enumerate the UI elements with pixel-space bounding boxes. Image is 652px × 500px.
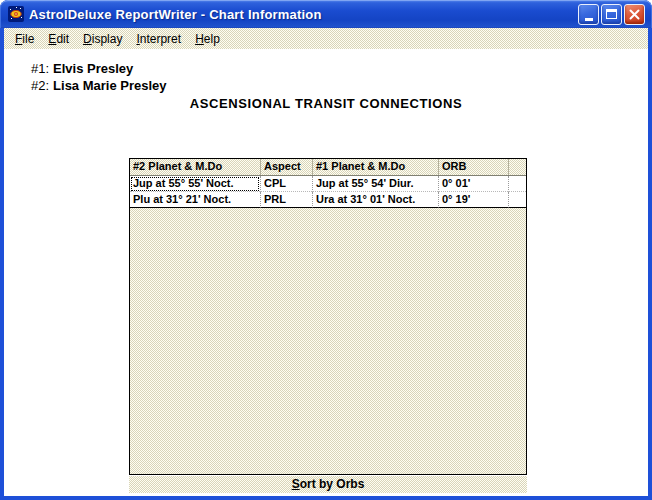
menu-file[interactable]: File (8, 30, 41, 48)
chart1-name: Elvis Presley (53, 61, 133, 76)
close-icon (629, 9, 640, 20)
chart2-label: #2: (31, 78, 49, 93)
column-header-filler (508, 159, 526, 175)
table-empty-area (130, 208, 526, 474)
minimize-button[interactable] (578, 4, 599, 25)
cell-planet2[interactable]: Jup at 55° 55' Noct. (130, 176, 260, 192)
page-title: ASCENSIONAL TRANSIT CONNECTIONS (4, 96, 648, 111)
chart2-name: Lisa Marie Presley (53, 78, 166, 93)
menu-bar: File Edit Display Interpret Help (4, 28, 648, 49)
minimize-icon (585, 18, 593, 21)
title-bar: AstrolDeluxe ReportWriter - Chart Inform… (0, 0, 652, 28)
menu-edit[interactable]: Edit (41, 30, 76, 48)
cell-orb[interactable]: 0° 19' (438, 192, 508, 208)
maximize-button[interactable] (601, 4, 622, 25)
column-header-aspect: Aspect (260, 159, 312, 175)
cell-planet1[interactable]: Ura at 31° 01' Noct. (312, 192, 438, 208)
menu-interpret[interactable]: Interpret (129, 30, 188, 48)
sort-by-orbs-button[interactable]: Sort by Orbs (129, 476, 527, 493)
client-area: #1:Elvis Presley #2:Lisa Marie Presley A… (4, 49, 648, 496)
column-header-planet2: #2 Planet & M.Do (130, 159, 260, 175)
table-row: Plu at 31° 21' Noct. PRL Ura at 31° 01' … (130, 192, 526, 208)
cell-filler (508, 176, 526, 192)
close-button[interactable] (624, 4, 645, 25)
transit-connections-table: #2 Planet & M.Do Aspect #1 Planet & M.Do… (129, 158, 527, 475)
table-header-row: #2 Planet & M.Do Aspect #1 Planet & M.Do… (130, 159, 526, 176)
cell-filler (508, 192, 526, 208)
cell-aspect[interactable]: CPL (260, 176, 312, 192)
astrology-app-icon (8, 6, 24, 22)
chart2-line: #2:Lisa Marie Presley (31, 77, 167, 94)
table-row: Jup at 55° 55' Noct. CPL Jup at 55° 54' … (130, 176, 526, 192)
chart1-line: #1:Elvis Presley (31, 60, 167, 77)
column-header-orb: ORB (438, 159, 508, 175)
cell-planet1[interactable]: Jup at 55° 54' Diur. (312, 176, 438, 192)
app-window: AstrolDeluxe ReportWriter - Chart Inform… (0, 0, 652, 500)
menu-display[interactable]: Display (76, 30, 129, 48)
column-header-planet1: #1 Planet & M.Do (312, 159, 438, 175)
menu-help[interactable]: Help (188, 30, 227, 48)
cell-aspect[interactable]: PRL (260, 192, 312, 208)
chart-names: #1:Elvis Presley #2:Lisa Marie Presley (31, 60, 167, 94)
cell-orb[interactable]: 0° 01' (438, 176, 508, 192)
chart1-label: #1: (31, 61, 49, 76)
maximize-icon (606, 9, 617, 19)
cell-planet2[interactable]: Plu at 31° 21' Noct. (130, 192, 260, 208)
window-controls (578, 4, 645, 25)
window-title: AstrolDeluxe ReportWriter - Chart Inform… (29, 7, 578, 22)
